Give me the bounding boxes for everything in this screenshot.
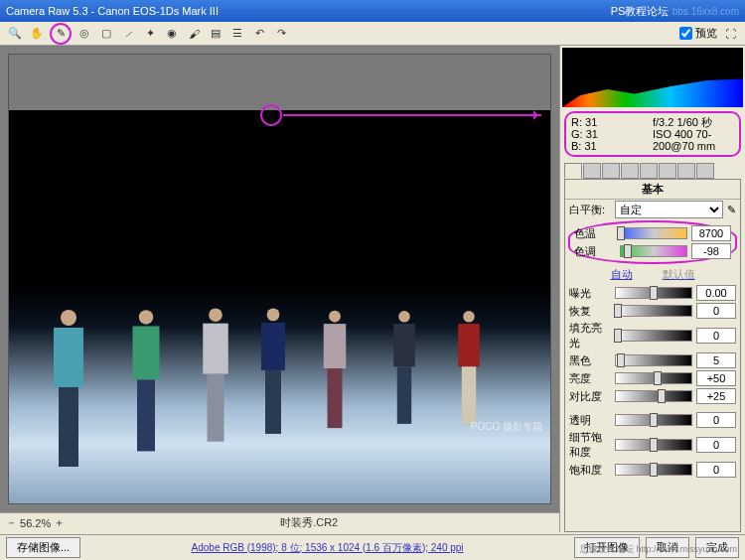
fill-slider[interactable] — [615, 330, 692, 342]
clarity-value[interactable] — [696, 412, 736, 428]
redeye-icon[interactable]: ◉ — [163, 25, 181, 43]
vib-label: 细节饱和度 — [569, 430, 611, 460]
zoom-pct[interactable]: 56.2% — [20, 517, 51, 529]
zoom-icon[interactable]: 🔍 — [6, 25, 24, 43]
image-preview[interactable]: POCO 摄影专题 — [8, 54, 551, 504]
contrast-slider[interactable] — [615, 390, 692, 402]
window-title: Camera Raw 5.3 - Canon EOS-1Ds Mark III — [6, 5, 219, 17]
exposure-value[interactable] — [696, 285, 736, 301]
tab-curve[interactable] — [583, 163, 601, 179]
fill-value[interactable] — [696, 328, 736, 344]
rgb-r: R: 31 — [571, 116, 653, 128]
black-label: 黑色 — [569, 353, 611, 368]
temp-slider[interactable] — [620, 227, 687, 239]
preview-label: 预览 — [695, 26, 717, 41]
clarity-slider[interactable] — [615, 414, 692, 426]
exposure-label: 曝光 — [569, 286, 611, 301]
forum-label: PS教程论坛 — [611, 5, 670, 17]
sat-slider[interactable] — [615, 464, 692, 476]
panel-heading: 基本 — [565, 180, 740, 200]
vib-value[interactable] — [696, 437, 736, 453]
panel-tabs — [564, 163, 741, 179]
tint-slider[interactable] — [620, 245, 687, 257]
info-readout: R: 31 G: 31 B: 31 f/3.2 1/60 秒 ISO 400 7… — [564, 111, 741, 157]
rotate-cw-icon[interactable]: ↷ — [272, 25, 290, 43]
iso-info: ISO 400 70-200@70 mm — [653, 128, 734, 152]
annotation-sample-point — [260, 104, 282, 126]
wb-select[interactable]: 自定 — [615, 201, 723, 218]
bright-slider[interactable] — [615, 372, 692, 384]
rotate-ccw-icon[interactable]: ↶ — [250, 25, 268, 43]
crop-icon[interactable]: ▢ — [97, 25, 115, 43]
tab-camera[interactable] — [677, 163, 695, 179]
tab-detail[interactable] — [602, 163, 620, 179]
annotation-arrow — [283, 114, 541, 116]
basic-panel: 基本 白平衡: 自定 ✎ 色温 色调 自动 默认值 — [564, 179, 741, 532]
tab-preset[interactable] — [696, 163, 714, 179]
clarity-label: 透明 — [569, 413, 611, 428]
default-link[interactable]: 默认值 — [663, 267, 695, 282]
zoom-plus-icon[interactable]: ＋ — [54, 515, 65, 530]
straighten-icon[interactable]: ⟋ — [119, 25, 137, 43]
adjust-brush-icon[interactable]: 🖌 — [185, 25, 203, 43]
wb-label: 白平衡: — [569, 203, 611, 217]
settings-pane: R: 31 G: 31 B: 31 f/3.2 1/60 秒 ISO 400 7… — [560, 46, 745, 532]
watermark: POCO 摄影专题 — [471, 420, 542, 434]
aperture-info: f/3.2 1/60 秒 — [653, 116, 734, 128]
white-balance-tool-icon[interactable]: ✎ — [50, 23, 72, 45]
tab-split[interactable] — [640, 163, 658, 179]
tab-basic[interactable] — [564, 163, 582, 179]
contrast-label: 对比度 — [569, 389, 611, 404]
preview-check-input[interactable] — [679, 27, 692, 40]
tint-value[interactable] — [691, 243, 731, 259]
auto-link[interactable]: 自动 — [611, 267, 633, 282]
vib-slider[interactable] — [615, 439, 692, 451]
bright-label: 亮度 — [569, 371, 611, 386]
preview-pane: POCO 摄影专题 － 56.2% ＋ 时装秀.CR2 — [0, 46, 560, 532]
grad-filter-icon[interactable]: ▤ — [207, 25, 224, 43]
tint-label: 色调 — [574, 244, 616, 259]
forum-url: bbs.16xx8.com — [672, 6, 739, 17]
temp-value[interactable] — [691, 225, 731, 241]
preview-checkbox[interactable]: 预览 — [679, 26, 717, 41]
zoom-bar: － 56.2% ＋ 时装秀.CR2 — [0, 512, 559, 532]
histogram[interactable] — [562, 48, 743, 107]
toolbar: 🔍 ✋ ✎ ◎ ▢ ⟋ ✦ ◉ 🖌 ▤ ☰ ↶ ↷ 预览 ⛶ — [0, 22, 745, 46]
color-sampler-icon[interactable]: ◎ — [75, 25, 93, 43]
recovery-label: 恢复 — [569, 304, 611, 319]
recovery-slider[interactable] — [615, 305, 692, 317]
rgb-g: G: 31 — [571, 128, 653, 140]
rgb-b: B: 31 — [571, 140, 653, 152]
workflow-link[interactable]: Adobe RGB (1998); 8 位; 1536 x 1024 (1.6 … — [86, 541, 568, 555]
fullscreen-icon[interactable]: ⛶ — [721, 25, 739, 43]
exposure-slider[interactable] — [615, 287, 692, 299]
zoom-minus-icon[interactable]: － — [6, 515, 17, 530]
tab-lens[interactable] — [659, 163, 676, 179]
recovery-value[interactable] — [696, 303, 736, 319]
wb-eyedrop-icon[interactable]: ✎ — [727, 204, 736, 216]
bright-value[interactable] — [696, 370, 736, 386]
spot-icon[interactable]: ✦ — [141, 25, 159, 43]
hand-icon[interactable]: ✋ — [28, 25, 46, 43]
save-button[interactable]: 存储图像... — [6, 537, 80, 558]
black-value[interactable] — [696, 352, 736, 368]
filename-label: 时装秀.CR2 — [65, 515, 553, 530]
wb-sliders-annotation: 色温 色调 — [568, 220, 737, 264]
temp-label: 色温 — [574, 226, 616, 241]
sat-value[interactable] — [696, 462, 736, 478]
titlebar: Camera Raw 5.3 - Canon EOS-1Ds Mark III … — [0, 0, 745, 22]
prefs-icon[interactable]: ☰ — [228, 25, 246, 43]
contrast-value[interactable] — [696, 388, 736, 404]
tab-hsl[interactable] — [621, 163, 639, 179]
fill-label: 填充亮光 — [569, 321, 611, 350]
watermark2: 思缘设计论坛 http://www.missyuan.com — [580, 543, 737, 556]
black-slider[interactable] — [615, 354, 692, 366]
sat-label: 饱和度 — [569, 463, 611, 478]
